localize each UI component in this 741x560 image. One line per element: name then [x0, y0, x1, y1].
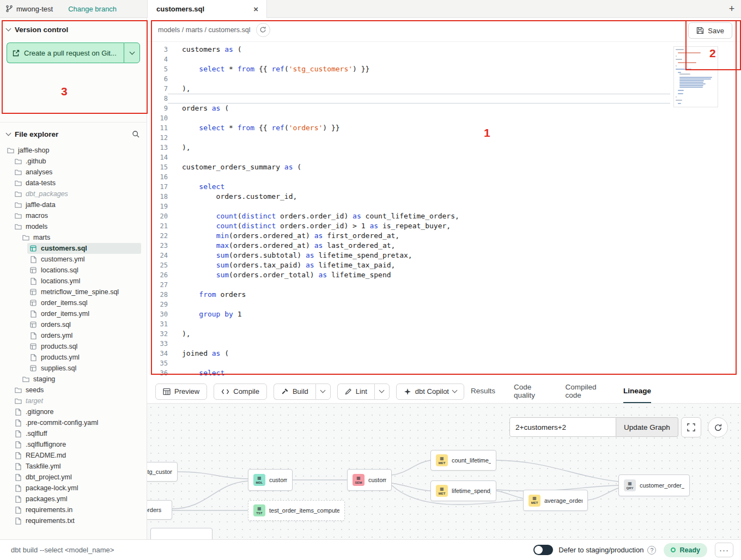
defer-toggle[interactable] [533, 545, 553, 555]
lineage-panel[interactable]: ▦MDLstg_customers▦MDLorders▦MDLcustomers… [147, 403, 741, 539]
tab-results[interactable]: Results [471, 380, 495, 403]
code-line-23[interactable]: 23 max(orders.ordered_at) as last_ordere… [147, 241, 741, 251]
tree-item-package-lock.yml[interactable]: package-lock.yml [12, 483, 141, 494]
tree-item-order_items.sql[interactable]: order_items.sql [27, 297, 141, 308]
refresh-graph-button[interactable] [708, 417, 728, 437]
tab-code-quality[interactable]: Code quality [514, 380, 546, 403]
tree-item-.gitignore[interactable]: .gitignore [12, 406, 141, 417]
new-tab-button[interactable]: + [722, 0, 741, 17]
tree-item-products.sql[interactable]: products.sql [27, 341, 141, 352]
tree-item-products.yml[interactable]: products.yml [27, 352, 141, 363]
tree-item-models[interactable]: models [12, 221, 141, 232]
code-line-14[interactable]: 14 [147, 153, 741, 162]
tree-item-orders.yml[interactable]: orders.yml [27, 330, 141, 341]
close-tab-icon[interactable]: × [252, 4, 260, 14]
tree-item-jaffle-data[interactable]: jaffle-data [12, 199, 141, 210]
lineage-selector-input[interactable] [509, 417, 616, 437]
search-icon[interactable] [132, 130, 140, 138]
tree-item-.github[interactable]: .github [12, 156, 141, 167]
tree-item-Taskfile.yml[interactable]: Taskfile.yml [12, 461, 141, 472]
compile-button[interactable]: Compile [214, 384, 267, 400]
lint-button[interactable]: Lint [337, 384, 374, 400]
tree-item-.sqlfluff[interactable]: .sqlfluff [12, 428, 141, 439]
tree-item-metricflow_time_spine.sql[interactable]: metricflow_time_spine.sql [27, 287, 141, 297]
tree-item-packages.yml[interactable]: packages.yml [12, 494, 141, 504]
code-line-29[interactable]: 29 [147, 300, 741, 309]
tree-item-supplies.sql[interactable]: supplies.sql [27, 363, 141, 374]
update-graph-button[interactable]: Update Graph [616, 417, 678, 437]
build-dropdown-button[interactable] [315, 384, 331, 400]
graph-node-average_order_value[interactable]: ▦METaverage_order_value [523, 490, 588, 511]
code-line-32[interactable]: 32), [147, 329, 741, 339]
code-line-19[interactable]: 19 [147, 202, 741, 211]
tree-item-customers.yml[interactable]: customers.yml [27, 254, 141, 265]
tab-lineage[interactable]: Lineage [623, 380, 651, 403]
pr-dropdown-button[interactable] [124, 42, 140, 63]
graph-node-stg_customers[interactable]: ▦MDLstg_customers [147, 462, 178, 482]
build-button[interactable]: Build [274, 384, 315, 400]
code-line-34[interactable]: 34joined as ( [147, 349, 741, 358]
code-line-30[interactable]: 30 group by 1 [147, 309, 741, 319]
code-line-20[interactable]: 20 count(distinct orders.order_id) as co… [147, 211, 741, 221]
tab-customers-sql[interactable]: customers.sql × [147, 0, 267, 18]
change-branch-link[interactable]: Change branch [68, 5, 117, 13]
preview-button[interactable]: Preview [155, 384, 207, 400]
code-line-24[interactable]: 24 sum(orders.subtotal) as lifetime_spen… [147, 251, 741, 260]
help-icon[interactable]: ? [647, 546, 656, 555]
graph-node-test_order_items_compute_to_bools-[interactable]: ▦TSTtest_order_items_compute_to_bools... [248, 500, 345, 521]
code-line-4[interactable]: 4 [147, 54, 741, 64]
overflow-menu-button[interactable]: ··· [715, 543, 733, 557]
code-editor[interactable]: 3customers as (45 select * from {{ ref('… [147, 42, 741, 380]
tree-item-target[interactable]: target [12, 395, 141, 406]
code-line-18[interactable]: 18 orders.customer_id, [147, 192, 741, 202]
tree-item-.sqlfluffignore[interactable]: .sqlfluffignore [12, 439, 141, 450]
code-line-13[interactable]: 13), [147, 143, 741, 153]
graph-node-lifetime_spend_pretax[interactable]: ▦METlifetime_spend_pretax [430, 480, 496, 501]
tree-item-order_items.yml[interactable]: order_items.yml [27, 308, 141, 319]
graph-node-orders[interactable]: ▦MDLorders [147, 500, 172, 520]
code-line-21[interactable]: 21 count(distinct orders.order_id) > 1 a… [147, 221, 741, 231]
tree-item-locations.sql[interactable]: locations.sql [27, 265, 141, 276]
tree-item-customers.sql[interactable]: customers.sql [27, 243, 141, 254]
build-command-text[interactable]: dbt build --select <model_name> [11, 546, 114, 554]
tree-item-staging[interactable]: staging [20, 374, 141, 385]
create-pr-button[interactable]: Create a pull request on Git... [7, 42, 124, 63]
tree-item-orders.sql[interactable]: orders.sql [27, 319, 141, 330]
code-line-7[interactable]: 7), [147, 84, 741, 94]
code-line-15[interactable]: 15customer_orders_summary as ( [147, 162, 741, 172]
tree-item-data-tests[interactable]: data-tests [12, 178, 141, 188]
dbt-copilot-button[interactable]: dbt Copilot [396, 384, 464, 400]
code-line-8[interactable]: 8 [147, 94, 741, 104]
code-line-12[interactable]: 12 [147, 133, 741, 143]
code-line-22[interactable]: 22 min(orders.ordered_at) as first_order… [147, 231, 741, 241]
code-line-28[interactable]: 28 from orders [147, 290, 741, 300]
tree-item-marts[interactable]: marts [20, 232, 141, 243]
code-line-3[interactable]: 3customers as ( [147, 45, 741, 54]
graph-node-count_lifetime_orders[interactable]: ▦METcount_lifetime_orders [430, 450, 496, 471]
tree-item-jaffle-shop[interactable]: jaffle-shop [4, 145, 141, 156]
graph-node-customers[interactable]: ▦SEMcustomers [347, 469, 392, 491]
code-line-9[interactable]: 9orders as ( [147, 104, 741, 113]
tree-item-dbt_project.yml[interactable]: dbt_project.yml [12, 472, 141, 483]
code-line-27[interactable]: 27 [147, 280, 741, 290]
tree-item-seeds[interactable]: seeds [12, 385, 141, 395]
code-line-25[interactable]: 25 sum(orders.tax_paid) as lifetime_tax_… [147, 260, 741, 270]
code-line-31[interactable]: 31 [147, 319, 741, 329]
code-line-5[interactable]: 5 select * from {{ ref('stg_customers') … [147, 64, 741, 74]
code-line-17[interactable]: 17 select [147, 182, 741, 192]
graph-node-customer_order_metrics[interactable]: ▦QRYcustomer_order_metrics [618, 474, 690, 496]
minimap[interactable] [673, 46, 718, 107]
graph-node-customers[interactable]: ▦MDLcustomers [248, 469, 293, 491]
version-control-header[interactable]: Version control [0, 18, 147, 39]
tree-item-requirements.in[interactable]: requirements.in [12, 504, 141, 515]
tree-item-dbt_packages[interactable]: dbt_packages [12, 188, 141, 199]
graph-node-partial[interactable] [150, 528, 212, 539]
code-line-11[interactable]: 11 select * from {{ ref('orders') }} [147, 123, 741, 133]
tree-item-macros[interactable]: macros [12, 210, 141, 221]
file-explorer-header[interactable]: File explorer [0, 122, 147, 144]
code-line-33[interactable]: 33 [147, 339, 741, 349]
code-line-6[interactable]: 6 [147, 74, 741, 84]
lint-dropdown-button[interactable] [374, 384, 390, 400]
code-line-26[interactable]: 26 sum(orders.order_total) as lifetime_s… [147, 270, 741, 280]
tab-compiled-code[interactable]: Compiled code [565, 380, 605, 403]
